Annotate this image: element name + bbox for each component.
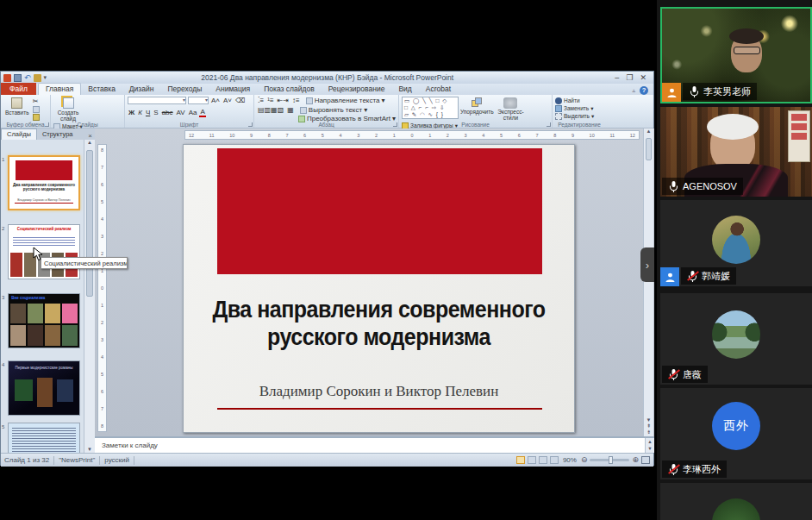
strikethrough-button[interactable]: abc [161, 109, 174, 116]
notes-pane[interactable]: Заметки к слайду ▲▼ [95, 436, 654, 453]
participant-tile-2[interactable]: AGENOSOV [660, 107, 812, 197]
arrange-icon [472, 97, 483, 109]
powerpoint-app-icon [3, 74, 11, 82]
zoom-slider[interactable] [590, 459, 629, 461]
qat-custom-icon[interactable] [34, 74, 41, 82]
slide-counter: Слайд 1 из 32 [1, 456, 49, 464]
vertical-ruler: 87654321012345678 [97, 144, 107, 432]
save-icon[interactable] [14, 74, 22, 82]
tab-transitions[interactable]: Переходы [160, 84, 209, 95]
tab-acrobat[interactable]: Acrobat [419, 84, 458, 95]
char-spacing-button[interactable]: AV [176, 109, 186, 116]
zoom-slider-thumb[interactable] [609, 456, 613, 464]
bold-button[interactable]: Ж [128, 109, 135, 116]
slide-subtitle[interactable]: Владимир Сорокин и Виктор Пелевин [203, 383, 555, 400]
thumbnail-slide-3[interactable]: Вне соцреализма [8, 293, 80, 348]
slideshow-view-button[interactable] [550, 456, 559, 464]
slide-number: 3 [2, 295, 7, 300]
paragraph-dialog-launcher[interactable] [393, 122, 397, 127]
restore-button[interactable]: ❐ [626, 73, 633, 82]
shrink-font-icon[interactable]: A˅ [222, 97, 233, 104]
quick-styles-button[interactable]: Экспресс-стили [495, 97, 526, 122]
tab-outline-pane[interactable]: Структура [37, 129, 78, 140]
replace-button[interactable]: Заменить ▾ [555, 105, 594, 112]
shapes-gallery[interactable]: ▭ ◯ ╲ ╲ □ ◇ □ △ ⌐ ⌐ ⇨ ⇩ ▱ ✎ ◠ ∿ { } [402, 97, 459, 119]
thumbnail-slide-1[interactable]: Два направления современного русского мо… [8, 155, 80, 210]
zoom-out-button[interactable]: ⊖ [581, 456, 588, 464]
close-pane-icon[interactable]: × [88, 132, 95, 140]
font-size-combo[interactable] [188, 97, 209, 104]
slide-red-banner[interactable] [217, 148, 542, 274]
columns-icon[interactable]: ▦ [286, 106, 295, 114]
tab-home[interactable]: Главная [38, 83, 81, 95]
undo-icon[interactable]: ↶ [24, 74, 31, 82]
minimize-button[interactable]: – [615, 73, 619, 82]
previous-slide-button[interactable]: ⇞ [646, 423, 651, 429]
reading-view-button[interactable] [539, 456, 547, 464]
thumbnails-scrollbar-thumb[interactable] [86, 150, 93, 297]
italic-button[interactable]: К [137, 109, 143, 116]
thumbnail-slide-2[interactable]: Социалистический реализм [8, 224, 80, 279]
mic-muted-icon [668, 368, 679, 381]
tab-slideshow[interactable]: Показ слайдов [257, 84, 322, 95]
minimize-ribbon-icon[interactable]: ▵ [632, 87, 635, 94]
tab-slides-pane[interactable]: Слайды [1, 128, 37, 140]
slide-canvas[interactable]: Два направления современного русского мо… [183, 144, 575, 433]
find-button[interactable]: Найти [555, 97, 594, 104]
slide-title[interactable]: Два направления современного русского мо… [203, 295, 555, 351]
slide-sorter-view-button[interactable] [528, 456, 536, 464]
align-text-button[interactable]: Выровнять текст ▾ [300, 107, 367, 114]
mic-muted-icon [668, 463, 679, 476]
shadow-button[interactable]: S [153, 109, 159, 116]
slide-scrollbar-thumb[interactable] [646, 138, 652, 160]
tab-review[interactable]: Рецензирование [322, 84, 392, 95]
slide-scrollbar[interactable]: ▲ ▼⇞⇟ [643, 128, 653, 436]
panel-collapse-button[interactable]: › [640, 247, 654, 282]
font-color-button[interactable]: A [199, 108, 205, 117]
zoom-in-button[interactable]: ⊕ [632, 456, 639, 464]
drawing-dialog-launcher[interactable] [547, 122, 551, 127]
theme-name[interactable]: "NewsPrint" [59, 456, 95, 464]
tab-design[interactable]: Дизайн [122, 84, 161, 95]
paste-button[interactable]: Вставить [3, 97, 31, 116]
new-slide-button[interactable]: Создать слайд [53, 97, 83, 122]
font-dialog-launcher[interactable] [248, 122, 253, 127]
help-icon[interactable]: ? [640, 86, 648, 95]
copy-icon[interactable] [33, 106, 40, 113]
clipboard-dialog-launcher[interactable] [45, 122, 49, 127]
tab-view[interactable]: Вид [391, 84, 418, 95]
participant-tile-5[interactable]: 西外 李琳西外 [660, 388, 812, 479]
participant-tile-3[interactable]: 郭靖媛 [660, 200, 812, 286]
line-spacing-icon[interactable]: ↕≡ [291, 97, 301, 104]
fit-to-window-button[interactable] [641, 456, 650, 464]
participant-tile-4[interactable]: 唐薇 [660, 293, 812, 385]
participant-name: 郭靖媛 [702, 270, 730, 283]
arrange-button[interactable]: Упорядочить [460, 97, 493, 116]
cut-icon[interactable]: ✂ [33, 98, 40, 105]
participant-tile-6[interactable] [660, 483, 812, 520]
tab-insert[interactable]: Вставка [81, 84, 122, 95]
close-button[interactable]: ✕ [640, 73, 646, 82]
indent-icons[interactable]: ⇤⇥ [277, 97, 290, 104]
clear-format-icon[interactable]: ⌫ [234, 97, 246, 104]
text-direction-button[interactable]: Направление текста ▾ [306, 97, 385, 104]
next-slide-button[interactable]: ⇟ [646, 429, 651, 435]
font-name-combo[interactable] [128, 97, 186, 104]
align-icons[interactable]: ▤▥▦▧ [257, 106, 284, 114]
tab-animations[interactable]: Анимация [209, 84, 257, 95]
underline-button[interactable]: Ч [145, 109, 151, 116]
tab-file[interactable]: Файл [1, 83, 36, 95]
thumbnails-scrollbar[interactable]: ▲ ▼ [84, 140, 95, 453]
format-painter-icon[interactable] [33, 114, 40, 121]
grow-font-icon[interactable]: A˄ [210, 97, 221, 104]
numbering-icon[interactable]: ¹≡ [266, 97, 274, 104]
notes-scrollbar[interactable]: ▲▼ [645, 438, 654, 453]
change-case-button[interactable]: Aa [188, 109, 198, 116]
language-indicator[interactable]: русский [104, 456, 129, 464]
thumbnail-slide-5[interactable] [8, 423, 80, 453]
select-button[interactable]: Выделить ▾ [555, 113, 594, 120]
normal-view-button[interactable] [516, 456, 525, 464]
participant-tile-1[interactable]: 李英男老师 [660, 7, 812, 103]
thumbnail-slide-4[interactable]: Первые модернистские романы [8, 360, 80, 416]
bullets-icon[interactable]: ⁚≡ [257, 97, 265, 104]
